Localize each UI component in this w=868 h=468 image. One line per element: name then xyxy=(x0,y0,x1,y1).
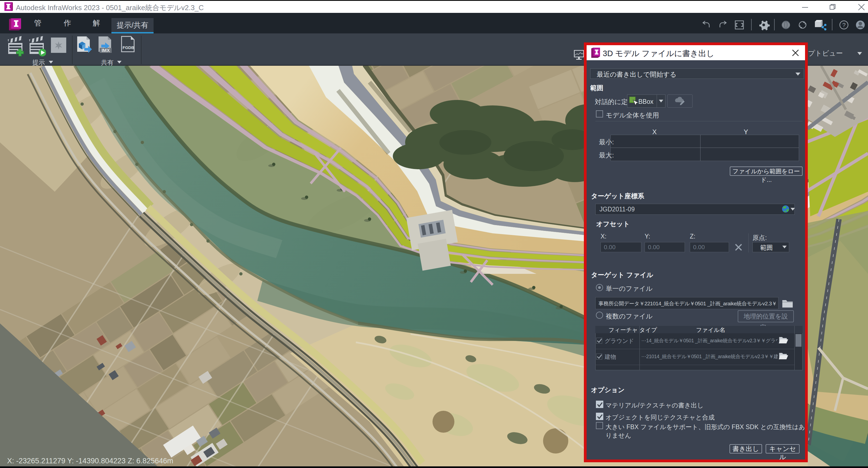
svg-text:IMX: IMX xyxy=(101,48,110,53)
svg-text:X: -23265.211279 Y: -14390.804: X: -23265.211279 Y: -14390.804223 Z: 6.8… xyxy=(7,457,173,465)
svg-text:?: ? xyxy=(842,22,845,28)
svg-text:FGDB: FGDB xyxy=(123,45,134,50)
